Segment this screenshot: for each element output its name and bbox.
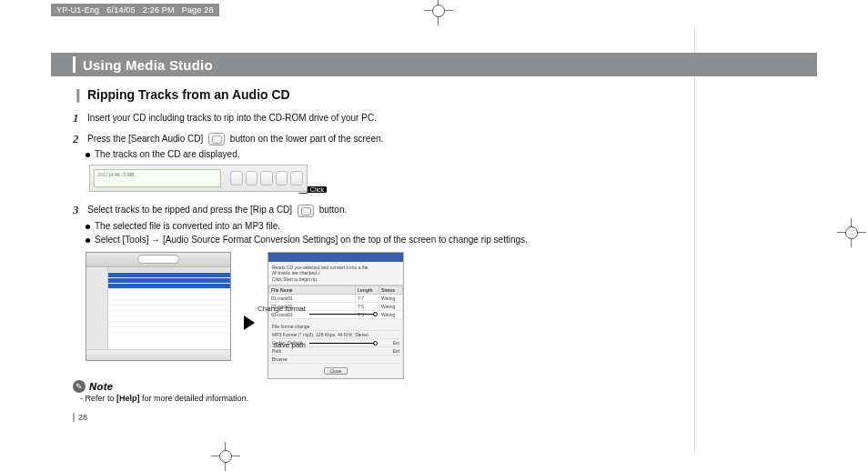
doc-time: 2:26 PM: [143, 5, 175, 15]
dialog-titlebar: [268, 253, 403, 262]
doc-page-marker: Page 28: [182, 5, 214, 15]
player-btn: [260, 171, 273, 185]
crop-mark: [424, 0, 453, 25]
step-2-bullet: The tracks on the CD are displayed.: [73, 149, 619, 159]
app-status-bar: [86, 349, 230, 360]
player-buttons: [230, 171, 303, 185]
player-bar-screenshot: 0:0 / 14:46 / 0 MB Click: [89, 165, 308, 192]
dialog-message: Reads CD you selected and convert it int…: [268, 262, 403, 286]
player-btn: [290, 171, 303, 185]
app-chrome: [86, 253, 230, 267]
browse-field: Browse: [272, 356, 399, 364]
trim-guide: [694, 25, 695, 455]
crop-mark: [211, 442, 240, 471]
figure-row: Reads CD you selected and convert it int…: [86, 252, 619, 380]
step-number: 2: [73, 130, 79, 148]
step-number: 1: [73, 109, 79, 127]
note-block: ✎Note - Refer to [Help] for more detaile…: [73, 380, 248, 403]
chapter-header: Using Media Studio: [51, 53, 817, 76]
note-word: Note: [89, 381, 113, 392]
app-brand: [137, 255, 179, 264]
header-accent: [73, 56, 76, 73]
format-value: MP3 Format (*.mp3), 128 Kbps, 44 KHz, St…: [272, 331, 399, 339]
leader-line: [309, 343, 375, 344]
step-text: Insert your CD including tracks to rip i…: [87, 113, 377, 123]
doc-name: YP-U1-Eng: [56, 5, 99, 15]
content-area: ❙Ripping Tracks from an Audio CD 1 Inser…: [73, 87, 619, 379]
step-text-before: Press the [Search Audio CD]: [87, 134, 203, 144]
note-text: - Refer to [Help] for more detailed info…: [80, 394, 248, 403]
media-studio-window-screenshot: [86, 252, 231, 361]
col-status: Status: [379, 286, 403, 295]
click-callout: Click: [308, 186, 327, 193]
step-text-before: Select tracks to be ripped and press the…: [87, 205, 292, 215]
rip-cd-icon: [298, 205, 314, 217]
leader-line: [309, 314, 375, 315]
rip-dialog-screenshot: Reads CD you selected and convert it int…: [267, 252, 404, 380]
player-btn: [230, 171, 243, 185]
label-save-path: Save path: [273, 341, 306, 349]
arrow-right-icon: [244, 316, 255, 330]
dialog-lower: File format change MP3 Format (*.mp3), 1…: [268, 319, 403, 378]
title-pipe-icon: ❙: [73, 87, 84, 102]
step-text-after: button.: [319, 205, 348, 215]
search-cd-icon: [208, 133, 225, 145]
track-list: [108, 267, 230, 349]
table-row: 01-track017:7Wating: [269, 295, 403, 303]
label-change-format: Change format: [257, 305, 306, 313]
step-3-bullet-1: The selected file is converted into an M…: [73, 221, 619, 231]
step-3-bullet-2: Select [Tools] → [Audio Source Format Co…: [73, 235, 619, 245]
note-icon: ✎: [73, 380, 86, 393]
app-sidebar: [86, 267, 108, 349]
col-file: File Name: [269, 286, 356, 295]
player-btn: [276, 171, 288, 185]
close-button: Close: [324, 367, 348, 375]
step-number: 3: [73, 201, 79, 219]
chapter-title: Using Media Studio: [83, 57, 213, 73]
step-2: 2 Press the [Search Audio CD] button on …: [73, 132, 619, 145]
print-metadata: YP-U1-Eng 6/14/05 2:26 PM Page 28: [51, 4, 219, 16]
lcd-panel: 0:0 / 14:46 / 0 MB: [94, 169, 221, 187]
player-btn: [246, 171, 258, 185]
format-field: File format change: [272, 323, 399, 331]
doc-date: 6/14/05: [106, 5, 135, 15]
page-number: 28: [73, 413, 87, 422]
dialog-close-row: Close: [272, 367, 399, 375]
step-1: 1 Insert your CD including tracks to rip…: [73, 111, 619, 125]
crop-mark: [837, 218, 866, 247]
step-3: 3 Select tracks to be ripped and press t…: [73, 203, 619, 216]
section-title: ❙Ripping Tracks from an Audio CD: [73, 87, 619, 102]
col-length: Length: [356, 286, 379, 295]
step-text-after: button on the lower part of the screen.: [230, 134, 383, 144]
list-item: [108, 327, 230, 333]
